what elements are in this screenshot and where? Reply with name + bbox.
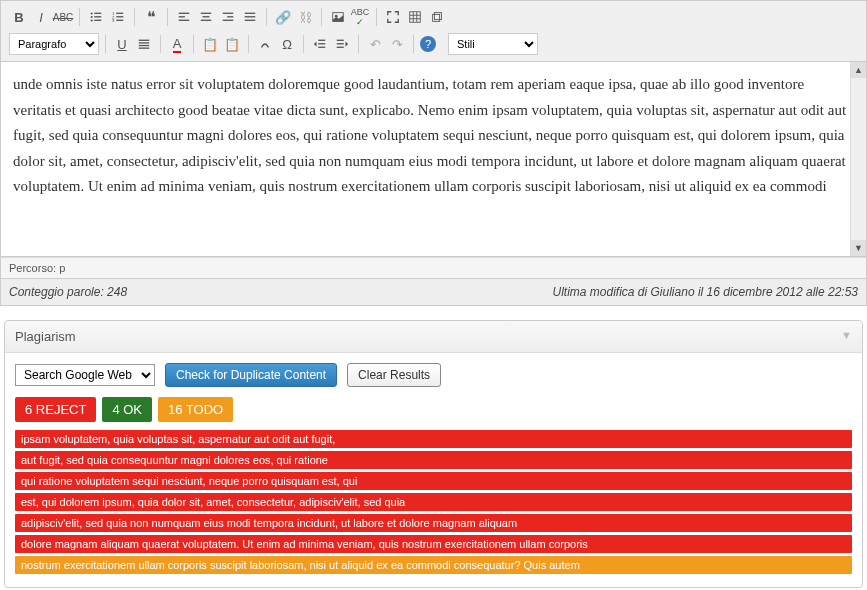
clear-results-button[interactable]: Clear Results	[347, 363, 441, 387]
align-right-button[interactable]	[218, 7, 238, 27]
svg-rect-42	[337, 47, 344, 48]
svg-rect-32	[434, 13, 441, 20]
fullscreen-button[interactable]	[383, 7, 403, 27]
ok-badge: 4 OK	[102, 397, 152, 422]
clear-format-button[interactable]	[255, 34, 275, 54]
svg-rect-33	[139, 40, 150, 41]
reject-badge: 6 REJECT	[15, 397, 96, 422]
format-select[interactable]: Paragrafo	[9, 33, 99, 55]
svg-point-2	[91, 16, 93, 18]
paste-text-button[interactable]: 📋	[222, 34, 242, 54]
indent-button[interactable]	[332, 34, 352, 54]
svg-rect-23	[245, 20, 256, 21]
link-button[interactable]: 🔗	[273, 7, 293, 27]
paste-button[interactable]: 📋	[200, 34, 220, 54]
svg-rect-18	[223, 13, 234, 14]
table-button[interactable]	[405, 7, 425, 27]
svg-rect-34	[139, 42, 150, 43]
word-count: Conteggio parole: 248	[9, 285, 127, 299]
svg-rect-35	[139, 45, 150, 46]
check-duplicate-button[interactable]: Check for Duplicate Content	[165, 363, 337, 387]
plagiarism-panel: Plagiarism ▼ Search Google Web Check for…	[4, 320, 863, 588]
svg-rect-9	[116, 16, 123, 17]
svg-rect-39	[318, 47, 325, 48]
scroll-up-icon[interactable]: ▲	[851, 62, 866, 78]
align-center-button[interactable]	[196, 7, 216, 27]
svg-rect-15	[201, 13, 212, 14]
unordered-list-button[interactable]	[86, 7, 106, 27]
style-select[interactable]: Stili	[448, 33, 538, 55]
svg-point-4	[91, 19, 93, 21]
help-button[interactable]: ?	[420, 36, 436, 52]
bold-button[interactable]: B	[9, 7, 29, 27]
italic-button[interactable]: I	[31, 7, 51, 27]
last-modified: Ultima modifica di Giuliano il 16 dicemb…	[553, 285, 859, 299]
ordered-list-button[interactable]: 123	[108, 7, 128, 27]
svg-rect-13	[179, 16, 185, 17]
svg-rect-37	[318, 40, 325, 41]
spellcheck-button[interactable]: ABC✓	[350, 7, 370, 27]
svg-rect-41	[337, 43, 344, 44]
svg-rect-38	[318, 43, 325, 44]
outdent-button[interactable]	[310, 34, 330, 54]
svg-rect-26	[410, 12, 421, 23]
svg-rect-5	[94, 20, 101, 21]
chevron-down-icon: ▼	[841, 329, 852, 344]
result-line[interactable]: ipsam voluptatem, quia voluptas sit, asp…	[15, 430, 852, 448]
svg-rect-1	[94, 13, 101, 14]
result-line[interactable]: aut fugit, sed quia consequuntur magni d…	[15, 451, 852, 469]
special-char-button[interactable]: Ω	[277, 34, 297, 54]
svg-rect-14	[179, 20, 190, 21]
align-justify2-button[interactable]	[134, 34, 154, 54]
blockquote-button[interactable]: ❝	[141, 7, 161, 27]
svg-rect-22	[245, 16, 256, 17]
unlink-button[interactable]: ⛓	[295, 7, 315, 27]
align-left-button[interactable]	[174, 7, 194, 27]
plagiarism-header[interactable]: Plagiarism ▼	[5, 321, 862, 353]
redo-button[interactable]: ↷	[387, 34, 407, 54]
plagiarism-title: Plagiarism	[15, 329, 76, 344]
image-button[interactable]	[328, 7, 348, 27]
result-line[interactable]: est, qui dolorem ipsum, quia dolor sit, …	[15, 493, 852, 511]
align-justify-button[interactable]	[240, 7, 260, 27]
editor-area: unde omnis iste natus error sit voluptat…	[0, 62, 867, 257]
svg-rect-31	[433, 14, 440, 21]
scroll-down-icon[interactable]: ▼	[851, 240, 866, 256]
result-line[interactable]: dolore magnam aliquam quaerat voluptatem…	[15, 535, 852, 553]
path-bar: Percorso: p	[0, 257, 867, 279]
text-color-button[interactable]: A	[167, 34, 187, 54]
scrollbar[interactable]: ▲ ▼	[850, 62, 866, 256]
result-line[interactable]: nostrum exercitationem ullam corporis su…	[15, 556, 852, 574]
svg-rect-19	[227, 16, 233, 17]
svg-rect-21	[245, 13, 256, 14]
undo-button[interactable]: ↶	[365, 34, 385, 54]
svg-rect-36	[139, 48, 150, 49]
search-source-select[interactable]: Search Google Web	[15, 364, 155, 386]
svg-rect-16	[203, 16, 210, 17]
svg-rect-7	[116, 13, 123, 14]
svg-text:3: 3	[112, 18, 115, 23]
strikethrough-button[interactable]: ABC	[53, 7, 73, 27]
results-list: ipsam voluptatem, quia voluptas sit, asp…	[15, 430, 852, 574]
editor-content[interactable]: unde omnis iste natus error sit voluptat…	[1, 62, 866, 256]
result-line[interactable]: adipisciv'elit, sed quia non numquam eiu…	[15, 514, 852, 532]
svg-rect-12	[179, 13, 190, 14]
underline-button[interactable]: U	[112, 34, 132, 54]
restore-button[interactable]	[427, 7, 447, 27]
todo-badge: 16 TODO	[158, 397, 233, 422]
svg-rect-11	[116, 20, 123, 21]
svg-rect-17	[201, 20, 212, 21]
svg-rect-40	[337, 40, 344, 41]
status-bar: Conteggio parole: 248 Ultima modifica di…	[0, 279, 867, 306]
svg-rect-3	[94, 16, 101, 17]
svg-point-0	[91, 12, 93, 14]
svg-rect-20	[223, 20, 234, 21]
editor-toolbar: B I ABC 123 ❝ 🔗 ⛓ ABC✓	[0, 0, 867, 62]
result-line[interactable]: qui ratione voluptatem sequi nesciunt, n…	[15, 472, 852, 490]
